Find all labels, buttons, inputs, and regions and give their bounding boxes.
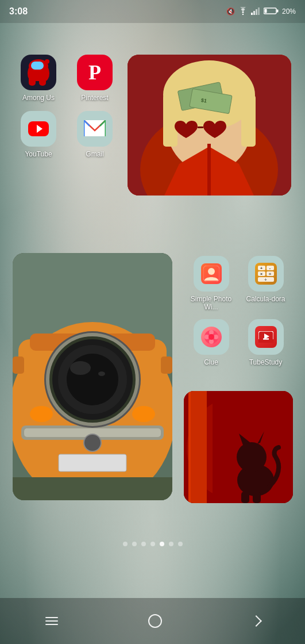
- svg-rect-44: [161, 356, 172, 374]
- among-us-label: Among Us: [22, 94, 55, 102]
- svg-rect-7: [264, 9, 267, 13]
- youtube-triangle: [37, 125, 43, 133]
- svg-point-36: [70, 361, 91, 375]
- gmail-label: Gmail: [86, 150, 103, 158]
- pinterest-p: P: [88, 60, 101, 85]
- clue-icon: [194, 319, 229, 355]
- back-icon: [250, 615, 262, 627]
- svg-rect-6: [276, 9, 278, 12]
- gmail-svg: [84, 120, 106, 137]
- svg-point-35: [67, 354, 118, 405]
- page-dot-1[interactable]: [123, 542, 128, 546]
- svg-point-50: [204, 335, 209, 339]
- right-apps-grid: Simple Photo Wi... + - × = ÷ Calcula-dor…: [184, 256, 293, 382]
- svg-point-41: [132, 406, 155, 422]
- svg-point-52: [209, 334, 214, 340]
- page-dot-5-active[interactable]: [160, 542, 164, 546]
- svg-point-40: [30, 406, 53, 422]
- among-us-icon: [21, 55, 56, 90]
- youtube-icon: [21, 111, 56, 147]
- clue-inner: [201, 327, 222, 347]
- nav-line-2: [45, 620, 58, 622]
- app-youtube[interactable]: YouTube: [13, 111, 64, 163]
- wifi-icon: [238, 7, 248, 17]
- navigation-bar: [0, 598, 305, 644]
- svg-point-38: [84, 434, 101, 451]
- status-bar: 3:08 🔇 20%: [0, 0, 305, 23]
- app-tubestudy[interactable]: TubeStudy: [238, 319, 293, 382]
- nav-line-1: [45, 617, 58, 618]
- svg-rect-12: [163, 95, 177, 147]
- svg-point-51: [214, 335, 218, 339]
- svg-point-45: [208, 268, 215, 275]
- app-simple-photo-widget[interactable]: Simple Photo Wi...: [184, 256, 238, 319]
- battery-percent: 20%: [282, 7, 296, 16]
- svg-point-48: [209, 330, 214, 335]
- svg-point-49: [209, 339, 214, 344]
- home-icon: [148, 614, 162, 628]
- clue-label: Clue: [204, 358, 218, 366]
- youtube-label: YouTube: [25, 150, 52, 158]
- svg-rect-2: [253, 11, 255, 15]
- page-dot-6[interactable]: [169, 542, 173, 546]
- svg-rect-39: [59, 454, 126, 471]
- calculadora-icon: + - × = ÷: [248, 256, 284, 292]
- page-indicators: [0, 542, 305, 546]
- page-dot-7[interactable]: [178, 542, 183, 546]
- svg-rect-4: [258, 7, 260, 15]
- svg-rect-42: [13, 477, 172, 500]
- car-photo-svg: [13, 253, 172, 500]
- pinterest-label: Pinterest: [81, 94, 108, 102]
- home-button[interactable]: [137, 608, 173, 634]
- spw-svg: [203, 266, 219, 282]
- tubestudy-svg: [258, 331, 273, 343]
- svg-rect-43: [13, 356, 24, 374]
- widget-cat-photo[interactable]: [184, 391, 293, 503]
- battery-icon: [264, 7, 279, 17]
- svg-rect-56: [263, 338, 269, 340]
- app-among-us[interactable]: Among Us: [13, 55, 64, 106]
- tubestudy-label: TubeStudy: [249, 358, 283, 366]
- svg-rect-18: [198, 126, 203, 128]
- page-dot-3[interactable]: [141, 542, 146, 546]
- svg-point-0: [242, 13, 244, 14]
- calculadora-label: Calcula-dora: [246, 295, 285, 303]
- status-icons: 🔇 20%: [226, 7, 296, 17]
- widget-girl-photo[interactable]: $1 $1: [128, 55, 291, 195]
- app-clue[interactable]: Clue: [184, 319, 238, 382]
- recents-icon: [45, 617, 58, 625]
- tubestudy-icon: [248, 319, 284, 355]
- youtube-play-button: [28, 121, 49, 136]
- silent-icon: 🔇: [226, 7, 235, 16]
- back-button[interactable]: [241, 611, 272, 631]
- page-dot-2[interactable]: [132, 542, 137, 546]
- top-apps-grid: Among Us P Pinterest YouTube: [13, 55, 121, 163]
- widget-car-photo[interactable]: [13, 253, 172, 500]
- svg-point-37: [98, 371, 105, 376]
- svg-rect-3: [256, 9, 257, 15]
- svg-rect-13: [241, 95, 256, 147]
- signal-icon: [251, 7, 260, 17]
- app-gmail[interactable]: Gmail: [69, 111, 121, 163]
- app-calculadora[interactable]: + - × = ÷ Calcula-dora: [238, 256, 293, 319]
- status-time: 3:08: [9, 6, 28, 17]
- girl-photo-svg: $1 $1: [128, 55, 291, 195]
- svg-rect-1: [251, 13, 253, 15]
- svg-text:$1: $1: [200, 97, 207, 104]
- cat-photo-svg: [184, 391, 293, 503]
- recents-button[interactable]: [34, 611, 70, 631]
- gmail-icon: [77, 111, 113, 147]
- svg-rect-68: [184, 391, 293, 503]
- nav-line-3: [45, 624, 58, 625]
- svg-rect-20: [207, 144, 211, 195]
- clue-svg: [204, 329, 219, 344]
- simple-photo-widget-icon: [194, 256, 229, 292]
- simple-photo-widget-label: Simple Photo Wi...: [184, 295, 238, 312]
- spw-inner: [201, 263, 222, 284]
- home-screen: $1 $1: [0, 23, 305, 598]
- page-dot-4[interactable]: [150, 542, 155, 546]
- app-pinterest[interactable]: P Pinterest: [69, 55, 121, 106]
- pinterest-icon: P: [77, 55, 113, 90]
